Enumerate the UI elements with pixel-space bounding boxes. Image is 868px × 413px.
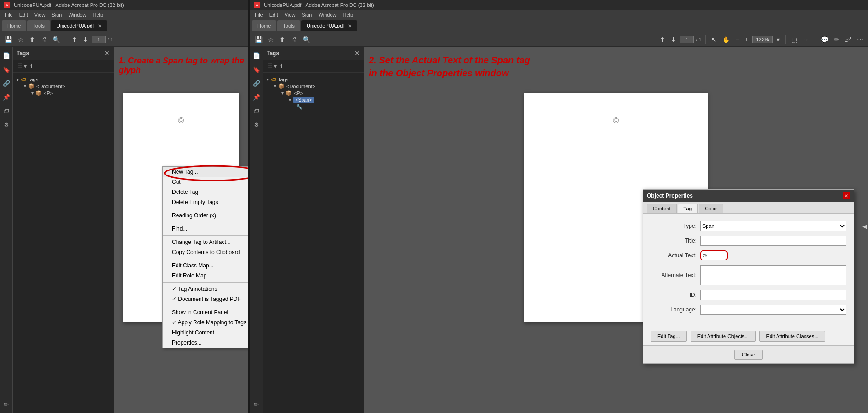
panel-info-btn-right[interactable]: ℹ (280, 62, 284, 70)
sign-btn[interactable]: 🖊 (843, 35, 853, 44)
ctx-find[interactable]: Find... (163, 224, 248, 234)
comment-btn[interactable]: 💬 (819, 35, 830, 44)
ctx-document-tagged[interactable]: Document is Tagged PDF (163, 294, 248, 304)
dialog-close-btn[interactable]: ✕ (843, 192, 850, 199)
r-side-icon-1[interactable]: 📄 (251, 51, 262, 61)
tab-content[interactable]: Content (647, 204, 677, 213)
zoom-in-right[interactable]: + (743, 35, 750, 44)
zoom-input-right[interactable] (752, 36, 773, 43)
menu-edit-right[interactable]: Edit (267, 12, 281, 17)
rtree-p[interactable]: ▾ 📦 <P> (267, 90, 360, 96)
nav-down-right[interactable]: ⬇ (669, 35, 678, 44)
tree-tags-left[interactable]: ▾ 🏷 Tags (17, 76, 110, 83)
ctx-delete-tag[interactable]: Delete Tag (163, 187, 248, 197)
id-input[interactable] (700, 290, 846, 300)
more-tools[interactable]: ⋯ (855, 35, 865, 44)
print-btn-right[interactable]: 🖨 (289, 35, 299, 44)
left-panel-close[interactable]: ✕ (104, 50, 110, 57)
actual-text-input[interactable] (700, 250, 728, 260)
nav-up-right[interactable]: ⬆ (658, 35, 667, 44)
tree-document-left[interactable]: ▾ 📦 <Document> (17, 83, 110, 90)
ctx-edit-class-map[interactable]: Edit Class Map... (163, 260, 248, 271)
side-icon-7[interactable]: ✏ (1, 399, 11, 409)
bookmark-btn-right[interactable]: ☆ (266, 35, 276, 44)
type-select[interactable]: Span (700, 221, 846, 231)
menu-view-right[interactable]: View (282, 12, 298, 17)
upload-btn-right[interactable]: ⬆ (278, 35, 287, 44)
r-side-icon-4[interactable]: 📌 (251, 92, 262, 102)
search-btn-left[interactable]: 🔍 (51, 35, 62, 44)
r-side-icon-3[interactable]: 🔗 (251, 78, 262, 88)
menu-window-right[interactable]: Window (315, 12, 339, 17)
side-icon-2[interactable]: 🔖 (1, 64, 11, 74)
r-side-icon-2[interactable]: 🔖 (251, 64, 262, 74)
menu-file-right[interactable]: File (252, 12, 266, 17)
save-btn-right[interactable]: 💾 (253, 35, 264, 44)
pen-btn[interactable]: ✏ (832, 35, 841, 44)
ctx-edit-role-map[interactable]: Edit Role Map... (163, 271, 248, 281)
tab-tools-right[interactable]: Tools (277, 20, 300, 31)
tab-file-right[interactable]: UnicodePUA.pdf ✕ (301, 20, 357, 31)
tab-tag[interactable]: Tag (678, 204, 698, 213)
menu-edit-left[interactable]: Edit (17, 12, 31, 17)
upload-btn-left[interactable]: ⬆ (28, 35, 37, 44)
tab-home-right[interactable]: Home (252, 20, 276, 31)
rtree-span-content[interactable]: 🔧 (267, 103, 360, 110)
edit-attribute-classes-btn[interactable]: Edit Attribute Classes... (760, 331, 826, 342)
zoom-out-right[interactable]: − (734, 35, 741, 44)
nav-up-left[interactable]: ⬆ (70, 35, 79, 44)
panel-menu-btn-right[interactable]: ☰ ▾ (267, 62, 278, 70)
page-num-left[interactable] (92, 36, 106, 43)
ctx-new-tag[interactable]: New Tag... (163, 167, 248, 177)
tab-close-left[interactable]: ✕ (98, 23, 102, 28)
page-num-right[interactable] (680, 36, 694, 43)
side-icon-5[interactable]: 🏷 (1, 106, 11, 116)
tab-close-right[interactable]: ✕ (348, 23, 352, 28)
hand-tool[interactable]: ✋ (720, 35, 732, 44)
menu-help-right[interactable]: Help (340, 12, 356, 17)
bookmark-btn-left[interactable]: ☆ (16, 35, 26, 44)
side-icon-1[interactable]: 📄 (1, 51, 11, 61)
tab-tools-left[interactable]: Tools (27, 20, 50, 31)
r-side-icon-5[interactable]: 🏷 (251, 106, 262, 116)
print-btn-left[interactable]: 🖨 (39, 35, 49, 44)
panel-menu-btn-left[interactable]: ☰ ▾ (17, 62, 28, 70)
ctx-highlight-content[interactable]: Highlight Content (163, 328, 248, 338)
ctx-change-artifact[interactable]: Change Tag to Artifact... (163, 237, 248, 247)
ctx-tag-annotations[interactable]: Tag Annotations (163, 284, 248, 294)
language-select[interactable] (700, 305, 846, 315)
ctx-copy-clipboard[interactable]: Copy Contents to Clipboard (163, 247, 248, 257)
tab-file-left[interactable]: UnicodePUA.pdf ✕ (51, 20, 107, 31)
rtree-span[interactable]: ▾ <Span> (267, 96, 360, 103)
tab-color[interactable]: Color (699, 204, 723, 213)
nav-down-left[interactable]: ⬇ (81, 35, 90, 44)
side-icon-6[interactable]: ⚙ (1, 119, 11, 130)
ctx-apply-role[interactable]: Apply Role Mapping to Tags (163, 317, 248, 328)
side-icon-3[interactable]: 🔗 (1, 78, 11, 88)
menu-view-left[interactable]: View (32, 12, 48, 17)
rtree-document[interactable]: ▾ 📦 <Document> (267, 83, 360, 90)
edit-tag-btn[interactable]: Edit Tag... (651, 331, 687, 342)
close-dialog-btn[interactable]: Close (734, 350, 763, 360)
ctx-reading-order[interactable]: Reading Order (x) (163, 210, 248, 221)
side-icon-4[interactable]: 📌 (1, 92, 11, 102)
menu-sign-right[interactable]: Sign (299, 12, 314, 17)
cursor-tool[interactable]: ↖ (709, 35, 719, 44)
right-panel-close[interactable]: ✕ (354, 50, 360, 57)
ctx-show-content[interactable]: Show in Content Panel (163, 307, 248, 317)
menu-help-left[interactable]: Help (90, 12, 106, 17)
alternate-text-input[interactable] (700, 265, 846, 285)
panel-info-btn-left[interactable]: ℹ (29, 62, 34, 70)
zoom-dropdown[interactable]: ▾ (775, 35, 782, 44)
ctx-properties[interactable]: Properties... (163, 338, 248, 348)
ctx-delete-empty[interactable]: Delete Empty Tags (163, 197, 248, 207)
fit-page[interactable]: ⬚ (789, 35, 799, 44)
tab-home-left[interactable]: Home (2, 20, 26, 31)
r-side-icon-7[interactable]: ✏ (251, 399, 262, 409)
fit-width[interactable]: ↔ (801, 35, 811, 44)
menu-sign-left[interactable]: Sign (49, 12, 64, 17)
ctx-cut[interactable]: Cut (163, 177, 248, 187)
menu-window-left[interactable]: Window (65, 12, 89, 17)
search-btn-right[interactable]: 🔍 (301, 35, 312, 44)
edit-attribute-objects-btn[interactable]: Edit Attribute Objects... (691, 331, 756, 342)
